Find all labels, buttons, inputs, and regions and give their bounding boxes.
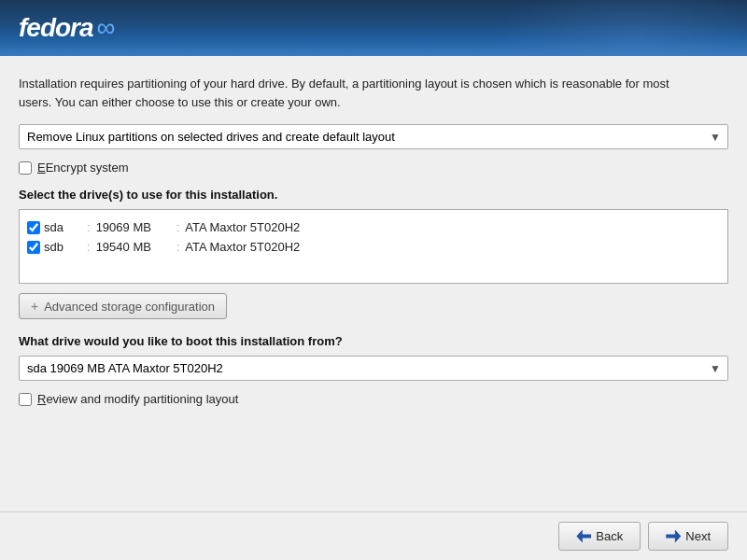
col-sep-4: : (176, 240, 180, 254)
back-arrow-icon (576, 530, 591, 543)
content-area: Installation requires partitioning of yo… (0, 56, 747, 511)
advanced-storage-button[interactable]: + Advanced storage configuration (19, 293, 227, 319)
description-line1: Installation requires partitioning of yo… (19, 77, 669, 91)
logo-symbol: ∞ (97, 13, 116, 42)
drive-sdb-size: 19540 MB (96, 240, 171, 254)
drive-sda-name: sda (44, 220, 81, 234)
back-label: Back (596, 529, 623, 543)
drive-list: sda : 19069 MB : ATA Maxtor 5T020H2 sdb … (19, 209, 728, 284)
review-label[interactable]: Review and modify partitioning layout (37, 392, 238, 406)
description-line2: users. You can either choose to use this… (19, 95, 341, 109)
encrypt-checkbox[interactable] (19, 161, 32, 175)
boot-heading: What drive would you like to boot this i… (19, 334, 728, 348)
drive-sda-size: 19069 MB (96, 220, 171, 234)
logo-text: fedora (19, 13, 93, 42)
review-label-text: eview and modify partitioning layout (46, 392, 238, 406)
encrypt-label-text: Encrypt system (46, 161, 129, 175)
footer: Back Next (0, 511, 747, 560)
review-checkbox[interactable] (19, 393, 32, 406)
boot-dropdown[interactable]: sda 19069 MB ATA Maxtor 5T020H2 sdb 1954… (19, 356, 728, 381)
drive-sda-checkbox[interactable] (27, 221, 40, 234)
encrypt-row: EEncrypt system (19, 161, 728, 175)
partition-dropdown[interactable]: Remove Linux partitions on selected driv… (19, 124, 728, 149)
drive-sda-model: ATA Maxtor 5T020H2 (185, 220, 300, 234)
partition-dropdown-wrapper: Remove Linux partitions on selected driv… (19, 124, 728, 149)
logo: fedora∞ (19, 13, 116, 43)
drive-sdb-checkbox[interactable] (27, 241, 40, 254)
next-label: Next (685, 529, 711, 543)
partition-dropdown-row: Remove Linux partitions on selected driv… (19, 124, 728, 149)
review-row: Review and modify partitioning layout (19, 392, 728, 406)
next-arrow-icon (666, 530, 681, 543)
boot-section: What drive would you like to boot this i… (19, 334, 728, 381)
boot-dropdown-wrapper: sda 19069 MB ATA Maxtor 5T020H2 sdb 1954… (19, 356, 728, 381)
drives-heading: Select the drive(s) to use for this inst… (19, 188, 728, 202)
col-sep-2: : (176, 220, 180, 234)
col-sep-1: : (87, 220, 91, 234)
drive-item-sda: sda : 19069 MB : ATA Maxtor 5T020H2 (25, 217, 722, 237)
drive-sdb-model: ATA Maxtor 5T020H2 (185, 240, 300, 254)
drive-item-sdb: sdb : 19540 MB : ATA Maxtor 5T020H2 (25, 237, 722, 257)
col-sep-3: : (87, 240, 91, 254)
drive-sdb-name: sdb (44, 240, 81, 254)
back-button[interactable]: Back (558, 522, 641, 551)
plus-icon: + (31, 299, 38, 314)
advanced-storage-label: Advanced storage configuration (44, 300, 215, 314)
description: Installation requires partitioning of yo… (19, 75, 728, 111)
header: fedora∞ (0, 0, 747, 56)
encrypt-label[interactable]: EEncrypt system (37, 161, 129, 175)
next-button[interactable]: Next (648, 522, 728, 551)
